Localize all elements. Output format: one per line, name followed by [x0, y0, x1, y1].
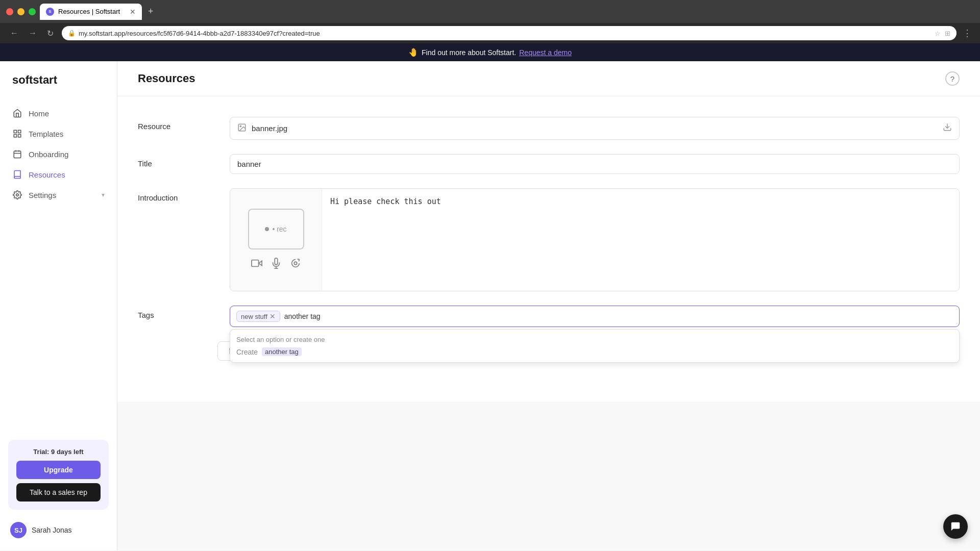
- resource-label: Resource: [138, 117, 209, 131]
- svg-rect-12: [251, 260, 258, 266]
- book-icon: [12, 169, 22, 180]
- tag-chip-new-stuff: new stuff ✕: [236, 311, 280, 322]
- title-input[interactable]: [230, 154, 960, 174]
- resource-input[interactable]: banner.jpg: [230, 117, 960, 140]
- tags-row: Tags new stuff ✕ Select an option or cre…: [138, 306, 960, 327]
- chevron-down-icon: ▾: [102, 191, 105, 198]
- star-icon[interactable]: ☆: [935, 30, 941, 37]
- svg-rect-4: [14, 151, 21, 158]
- introduction-label: Introduction: [138, 188, 209, 202]
- trial-box: Trial: 9 days left Upgrade Talk to a sal…: [8, 440, 109, 510]
- address-text: my.softstart.app/resources/fc5f67d6-9414…: [79, 30, 932, 37]
- image-icon: [237, 123, 247, 134]
- svg-point-10: [240, 126, 241, 127]
- content-header: Resources ?: [117, 61, 980, 96]
- avatar: SJ: [10, 522, 27, 538]
- svg-point-8: [16, 194, 19, 196]
- introduction-field: • rec: [230, 188, 960, 291]
- tags-label: Tags: [138, 306, 209, 319]
- browser-chrome: S Resources | Softstart ✕ +: [0, 0, 980, 23]
- svg-rect-3: [18, 135, 21, 137]
- introduction-textarea[interactable]: Hi please check this out: [322, 189, 959, 291]
- title-field: [230, 154, 960, 174]
- win-min-btn[interactable]: [17, 8, 24, 15]
- refresh-button[interactable]: ↻: [45, 27, 56, 40]
- introduction-row: Introduction • rec: [138, 188, 960, 291]
- camera-icon[interactable]: [251, 258, 262, 271]
- win-max-btn[interactable]: [29, 8, 36, 15]
- sidebar-item-templates-label: Templates: [29, 130, 63, 138]
- upgrade-button[interactable]: Upgrade: [16, 461, 101, 479]
- home-icon: [12, 108, 22, 118]
- browser-tab[interactable]: S Resources | Softstart ✕: [40, 4, 142, 20]
- banner-link[interactable]: Request a demo: [519, 48, 572, 57]
- screen-share-icon[interactable]: [290, 258, 301, 271]
- promo-banner: 🤚 Find out more about Softstart. Request…: [0, 43, 980, 61]
- user-row[interactable]: SJ Sarah Jonas: [0, 516, 117, 538]
- resource-form: Resource banner.jpg Title: [117, 96, 980, 402]
- create-tag-option[interactable]: Create another tag: [236, 347, 953, 356]
- logo: softstart: [0, 73, 117, 103]
- svg-rect-0: [14, 130, 16, 133]
- tag-chip-label: new stuff: [241, 313, 267, 320]
- rec-dot: [265, 227, 269, 231]
- microphone-icon[interactable]: [271, 258, 282, 271]
- create-label: Create: [236, 348, 258, 356]
- tab-favicon: S: [46, 8, 54, 16]
- back-button[interactable]: ←: [8, 27, 20, 40]
- new-tab-button[interactable]: +: [148, 6, 154, 17]
- tags-field: new stuff ✕ Select an option or create o…: [230, 306, 960, 327]
- address-icons: ☆ ⊞: [935, 30, 950, 37]
- win-close-btn[interactable]: [6, 8, 13, 15]
- tag-input[interactable]: [284, 312, 374, 320]
- tags-dropdown: Select an option or create one Create an…: [230, 329, 960, 363]
- sidebar-item-resources[interactable]: Resources: [0, 164, 117, 185]
- forward-button[interactable]: →: [27, 27, 39, 40]
- rec-text: • rec: [272, 225, 286, 233]
- more-icon[interactable]: ⋮: [963, 28, 972, 39]
- tab-title: Resources | Softstart: [58, 8, 120, 15]
- svg-point-15: [294, 262, 297, 265]
- main-content: Resources ? Resource banner.jpg: [117, 61, 980, 550]
- sidebar: softstart Home Templates On: [0, 61, 117, 550]
- tags-input-box[interactable]: new stuff ✕: [230, 306, 960, 327]
- resource-row: Resource banner.jpg: [138, 117, 960, 140]
- gear-icon: [12, 190, 22, 200]
- sidebar-item-templates[interactable]: Templates: [0, 123, 117, 144]
- svg-rect-1: [18, 130, 21, 133]
- sidebar-item-home-label: Home: [29, 109, 49, 118]
- video-recorder: • rec: [230, 189, 322, 291]
- dropdown-hint: Select an option or create one: [236, 336, 953, 343]
- title-label: Title: [138, 154, 209, 168]
- sidebar-nav: Home Templates Onboarding: [0, 103, 117, 440]
- trial-text: Trial: 9 days left: [16, 448, 101, 456]
- title-row: Title: [138, 154, 960, 174]
- rec-controls: [251, 258, 301, 271]
- user-name: Sarah Jonas: [32, 526, 72, 534]
- app-layout: softstart Home Templates On: [0, 61, 980, 550]
- tab-close-icon[interactable]: ✕: [130, 8, 136, 16]
- page-title: Resources: [138, 72, 195, 85]
- address-bar[interactable]: 🔒 my.softstart.app/resources/fc5f67d6-94…: [62, 26, 957, 40]
- sidebar-item-onboarding[interactable]: Onboarding: [0, 144, 117, 164]
- help-icon[interactable]: ?: [945, 71, 960, 86]
- sidebar-item-settings[interactable]: Settings ▾: [0, 185, 117, 205]
- sidebar-item-settings-label: Settings: [29, 191, 56, 199]
- lock-icon: 🔒: [68, 30, 76, 37]
- resource-filename: banner.jpg: [252, 124, 287, 133]
- resource-field: banner.jpg: [230, 117, 960, 140]
- address-bar-row: ← → ↻ 🔒 my.softstart.app/resources/fc5f6…: [0, 23, 980, 43]
- sidebar-item-resources-label: Resources: [29, 170, 65, 179]
- sidebar-item-onboarding-label: Onboarding: [29, 150, 68, 159]
- extensions-icon[interactable]: ⊞: [945, 30, 950, 37]
- chat-fab[interactable]: [943, 514, 968, 539]
- sidebar-item-home[interactable]: Home: [0, 103, 117, 123]
- banner-emoji: 🤚: [408, 47, 419, 57]
- create-value: another tag: [262, 347, 302, 356]
- calendar-icon: [12, 149, 22, 159]
- intro-area: • rec: [230, 188, 960, 291]
- download-icon[interactable]: [943, 122, 952, 134]
- banner-text: Find out more about Softstart.: [422, 48, 516, 57]
- tag-chip-close-icon[interactable]: ✕: [270, 312, 276, 320]
- talk-to-sales-button[interactable]: Talk to a sales rep: [16, 483, 101, 502]
